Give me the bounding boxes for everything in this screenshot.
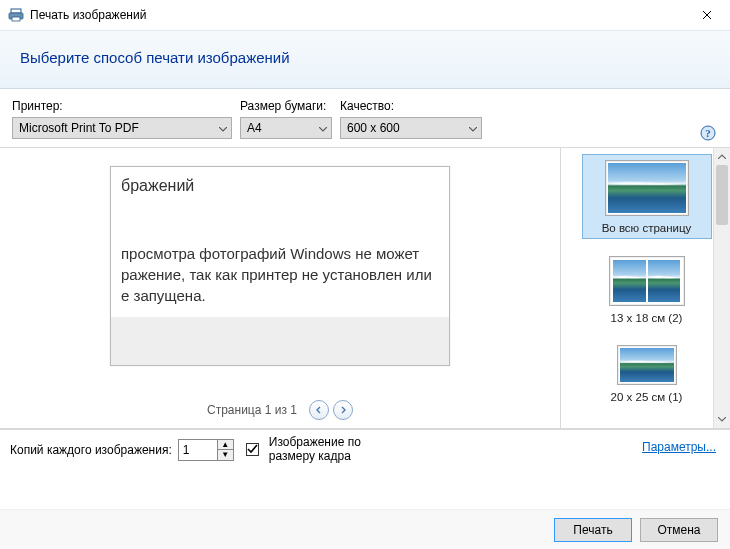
layout-panel: Во всю страницу 13 x 18 см (2) 20 x 25 с… [560, 148, 730, 428]
printer-group: Принтер: Microsoft Print To PDF [12, 99, 232, 139]
titlebar: Печать изображений [0, 0, 730, 30]
quality-group: Качество: 600 x 600 [340, 99, 482, 139]
header-band: Выберите способ печати изображений [0, 30, 730, 89]
printer-label: Принтер: [12, 99, 232, 113]
paper-group: Размер бумаги: A4 [240, 99, 332, 139]
action-bar: Печать Отмена [0, 509, 730, 549]
print-button[interactable]: Печать [554, 518, 632, 542]
scroll-down-button[interactable] [714, 411, 730, 428]
options-link[interactable]: Параметры... [642, 440, 716, 454]
layout-thumb [605, 160, 689, 216]
scroll-thumb[interactable] [716, 165, 728, 225]
preview-line3: е запущена. [121, 287, 206, 304]
preview-canvas: бражений просмотра фотографий Windows не… [110, 166, 450, 366]
layout-thumb [617, 345, 677, 385]
layout-label: 13 x 18 см (2) [584, 312, 710, 324]
quality-dropdown[interactable]: 600 x 600 [340, 117, 482, 139]
chevron-down-icon [469, 121, 477, 135]
fit-checkbox[interactable] [246, 443, 259, 456]
copies-input[interactable] [179, 440, 217, 460]
landscape-thumb-icon [613, 260, 646, 302]
landscape-thumb-icon [620, 348, 674, 382]
chevron-down-icon [319, 121, 327, 135]
preview-heading-fragment: бражений [111, 167, 449, 205]
window-title: Печать изображений [30, 8, 146, 22]
quality-label: Качество: [340, 99, 482, 113]
pager-text: Страница 1 из 1 [207, 403, 297, 417]
svg-rect-2 [12, 17, 20, 21]
help-button[interactable]: ? [700, 125, 716, 141]
layout-label: 20 x 25 см (1) [584, 391, 710, 403]
paper-value: A4 [247, 121, 262, 135]
spinner-up-button[interactable]: ▲ [218, 440, 233, 451]
main-area: бражений просмотра фотографий Windows не… [0, 148, 730, 428]
spinner-arrows: ▲ ▼ [217, 440, 233, 460]
preview-pane: бражений просмотра фотографий Windows не… [0, 148, 560, 428]
paper-dropdown[interactable]: A4 [240, 117, 332, 139]
chevron-down-icon [219, 121, 227, 135]
landscape-thumb-icon [648, 260, 681, 302]
scrollbar[interactable] [713, 148, 730, 428]
printer-value: Microsoft Print To PDF [19, 121, 139, 135]
layout-13x18[interactable]: 13 x 18 см (2) [582, 251, 712, 328]
printer-icon [8, 7, 24, 23]
copies-label: Копий каждого изображения: [10, 443, 172, 457]
quality-value: 600 x 600 [347, 121, 400, 135]
layout-label: Во всю страницу [585, 222, 709, 234]
layout-thumb [609, 256, 685, 306]
svg-point-3 [19, 14, 21, 16]
cancel-button[interactable]: Отмена [640, 518, 718, 542]
prev-page-button[interactable] [309, 400, 329, 420]
page-heading: Выберите способ печати изображений [20, 49, 710, 66]
layout-full-page[interactable]: Во всю страницу [582, 154, 712, 239]
close-button[interactable] [684, 0, 730, 30]
next-page-button[interactable] [333, 400, 353, 420]
preview-line2: ражение, так как принтер не установлен и… [121, 266, 432, 283]
preview-body: просмотра фотографий Windows не может ра… [111, 235, 449, 314]
pager: Страница 1 из 1 [0, 400, 560, 420]
scroll-up-button[interactable] [714, 148, 730, 165]
landscape-thumb-icon [608, 163, 686, 213]
fit-label: Изображение по размеру кадра [269, 436, 389, 464]
layout-20x25[interactable]: 20 x 25 см (1) [582, 340, 712, 407]
spinner-down-button[interactable]: ▼ [218, 450, 233, 460]
selector-row: Принтер: Microsoft Print To PDF Размер б… [0, 89, 730, 147]
copies-spinner[interactable]: ▲ ▼ [178, 439, 234, 461]
paper-label: Размер бумаги: [240, 99, 332, 113]
svg-text:?: ? [705, 127, 711, 139]
preview-footer-band [111, 317, 449, 365]
svg-rect-0 [11, 9, 21, 13]
copies-row: Копий каждого изображения: ▲ ▼ Изображен… [0, 429, 730, 470]
preview-line1: просмотра фотографий Windows не может [121, 245, 419, 262]
pager-nav [309, 400, 353, 420]
printer-dropdown[interactable]: Microsoft Print To PDF [12, 117, 232, 139]
